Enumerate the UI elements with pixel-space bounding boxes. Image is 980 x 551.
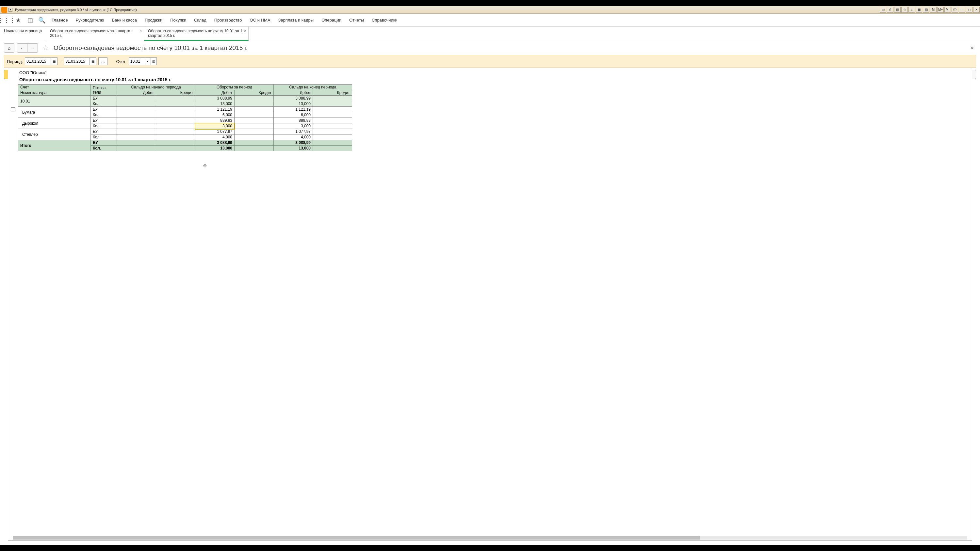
menu-item-salary[interactable]: Зарплата и кадры bbox=[276, 17, 315, 22]
menu-item-warehouse[interactable]: Склад bbox=[192, 17, 208, 22]
organization-name: ООО "Юникс" bbox=[18, 70, 476, 76]
forward-button[interactable]: → bbox=[27, 43, 38, 52]
menu-item-references[interactable]: Справочники bbox=[370, 17, 399, 22]
collapse-icon[interactable]: − bbox=[11, 107, 15, 112]
period-bar: Период: ▦ – ▦ ... Счет: ▾ ◱ bbox=[4, 55, 476, 68]
date-to-field[interactable]: ▦ bbox=[64, 57, 96, 65]
menu-item-purchases[interactable]: Покупки bbox=[168, 17, 188, 22]
tab-start-page[interactable]: Начальная страница bbox=[0, 27, 46, 41]
menu-item-operations[interactable]: Операции bbox=[320, 17, 343, 22]
report-table[interactable]: Счет Показа- тели Сальдо на начало перио… bbox=[18, 84, 352, 151]
menu-item-assets[interactable]: ОС и НМА bbox=[248, 17, 272, 22]
header-saldo-begin: Сальдо на начало периода bbox=[117, 84, 195, 90]
header-credit: Кредит bbox=[156, 90, 195, 96]
apps-icon[interactable]: ⋮⋮⋮ bbox=[3, 16, 10, 24]
table-row-total: Итого БУ 3 088,99 3 088,99 bbox=[18, 140, 352, 146]
document-header: ⌂ ← → ☆ Оборотно-сальдовая ведомость по … bbox=[0, 41, 476, 55]
close-icon[interactable]: × bbox=[244, 29, 246, 33]
back-button[interactable]: ← bbox=[17, 43, 27, 52]
header-indicators: Показа- тели bbox=[91, 84, 117, 96]
window-title: Бухгалтерия предприятия, редакция 3.0 / … bbox=[15, 8, 137, 12]
calendar-icon[interactable]: ▦ bbox=[90, 57, 96, 65]
menu-item-main[interactable]: Главное bbox=[50, 17, 70, 22]
selected-cell[interactable]: 3,000 bbox=[195, 123, 235, 129]
menu-item-bank[interactable]: Банк и касса bbox=[110, 17, 139, 22]
period-select-button[interactable]: ... bbox=[98, 57, 108, 65]
star-icon[interactable]: ☆ bbox=[43, 44, 49, 52]
account-label: Счет: bbox=[116, 59, 126, 64]
header-credit: Кредит bbox=[235, 90, 274, 96]
history-icon[interactable]: ◫ bbox=[26, 16, 34, 24]
main-menu: ⋮⋮⋮ ★ ◫ 🔍 Главное Руководителю Банк и ка… bbox=[0, 14, 476, 27]
date-from-field[interactable]: ▦ bbox=[25, 57, 57, 65]
header-credit: Кредит bbox=[313, 90, 352, 96]
calendar-icon[interactable]: ▦ bbox=[51, 57, 57, 65]
chevron-down-icon[interactable]: ▾ bbox=[145, 57, 151, 65]
table-row: Бумага БУ 1 121,19 1 121,19 bbox=[18, 107, 352, 112]
menu-item-manager[interactable]: Руководителю bbox=[74, 17, 106, 22]
menu-item-production[interactable]: Производство bbox=[212, 17, 244, 22]
table-row-account: 10.01 БУ 3 088,99 3 088,99 bbox=[18, 96, 352, 101]
report-area[interactable]: ООО "Юникс" Оборотно-сальдовая ведомость… bbox=[8, 68, 476, 266]
menu-item-reports[interactable]: Отчеты bbox=[347, 17, 366, 22]
open-icon[interactable]: ◱ bbox=[151, 57, 157, 65]
header-saldo-end: Сальдо на конец периода bbox=[274, 84, 352, 90]
header-debit: Дебет bbox=[195, 90, 235, 96]
account-input[interactable] bbox=[129, 57, 145, 65]
header-debit: Дебет bbox=[274, 90, 313, 96]
page-title: Оборотно-сальдовая ведомость по счету 10… bbox=[54, 44, 248, 52]
app-menu-dropdown[interactable]: ▾ bbox=[8, 8, 13, 12]
tab-turnover-balance[interactable]: Оборотно-сальдовая ведомость за 1 кварта… bbox=[46, 27, 144, 41]
header-debit: Дебет bbox=[117, 90, 156, 96]
table-row: Дырокол БУ 889,83 889,83 bbox=[18, 118, 352, 123]
header-account: Счет bbox=[18, 84, 91, 90]
home-button[interactable]: ⌂ bbox=[4, 43, 14, 52]
header-nomenclature: Номенклатура bbox=[18, 90, 91, 96]
menu-item-sales[interactable]: Продажи bbox=[143, 17, 164, 22]
titlebar: ▾ Бухгалтерия предприятия, редакция 3.0 … bbox=[0, 6, 476, 14]
table-row: Степлер БУ 1 077,97 1 077,97 bbox=[18, 129, 352, 135]
period-label: Период: bbox=[7, 59, 23, 64]
date-from-input[interactable] bbox=[25, 57, 51, 65]
date-to-input[interactable] bbox=[64, 57, 90, 65]
document-tabbar: Начальная страница Оборотно-сальдовая ве… bbox=[0, 27, 476, 41]
app-logo-icon bbox=[1, 7, 7, 13]
report-title: Оборотно-сальдовая ведомость по счету 10… bbox=[18, 76, 476, 84]
dash: – bbox=[59, 59, 62, 64]
search-icon[interactable]: 🔍 bbox=[38, 16, 46, 24]
close-icon[interactable]: × bbox=[140, 29, 142, 33]
header-turnover: Обороты за период bbox=[195, 84, 274, 90]
account-field[interactable]: ▾ ◱ bbox=[129, 57, 157, 65]
tab-turnover-balance-account[interactable]: Оборотно-сальдовая ведомость по счету 10… bbox=[144, 27, 248, 41]
favorite-icon[interactable]: ★ bbox=[14, 16, 22, 24]
